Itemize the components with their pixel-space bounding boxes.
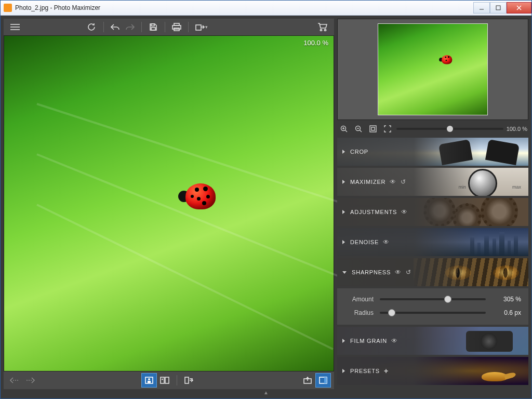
- visibility-icon[interactable]: 👁: [401, 208, 408, 216]
- expand-icon: [342, 369, 345, 373]
- zoom-slider[interactable]: [396, 128, 503, 130]
- canvas-zoom-label: 100.0 %: [303, 39, 328, 47]
- svg-point-14: [324, 29, 326, 31]
- client-area: ▾: [1, 16, 531, 398]
- amount-value: 305 %: [492, 296, 521, 303]
- panel-film-grain[interactable]: FILM GRAIN 👁: [337, 327, 528, 355]
- svg-point-22: [162, 379, 163, 380]
- share-caret-icon: ▾: [205, 24, 208, 30]
- radius-label: Radius: [344, 309, 374, 316]
- panel-crop[interactable]: CROP: [337, 138, 528, 166]
- save-button[interactable]: [146, 20, 161, 34]
- zoom-actual-button[interactable]: [382, 123, 393, 135]
- svg-point-13: [320, 29, 322, 31]
- svg-rect-20: [161, 377, 164, 383]
- collapse-icon: [342, 271, 347, 274]
- panel-denoise[interactable]: DENOISE 👁: [337, 228, 528, 256]
- main-toolbar: ▾: [4, 19, 334, 35]
- svg-rect-19: [148, 381, 151, 383]
- print-button[interactable]: [169, 20, 184, 34]
- panel-sharpness-body: Amount 305 % Radius 0.6 px: [337, 288, 528, 325]
- navigator-preview[interactable]: [337, 19, 528, 120]
- titlebar: Photo_2.jpg - Photo Maximizer: [1, 1, 531, 16]
- app-icon: [4, 4, 12, 12]
- prev-image-button[interactable]: [7, 373, 22, 388]
- svg-rect-1: [496, 6, 500, 10]
- panel-presets[interactable]: PRESETS +: [337, 357, 528, 385]
- svg-rect-34: [370, 126, 376, 132]
- reset-button[interactable]: [85, 20, 99, 34]
- visibility-icon[interactable]: 👁: [391, 337, 398, 344]
- cart-button[interactable]: [315, 20, 330, 34]
- app-window: Photo_2.jpg - Photo Maximizer: [0, 0, 532, 399]
- zoom-toolbar: 100.0 %: [337, 122, 528, 136]
- svg-rect-8: [151, 28, 155, 30]
- panel-toggle-button[interactable]: [315, 373, 331, 388]
- svg-point-18: [148, 378, 150, 380]
- view-split-button[interactable]: [157, 373, 172, 388]
- expand-icon: [342, 240, 345, 244]
- zoom-fit-button[interactable]: [367, 123, 379, 135]
- svg-rect-26: [324, 377, 327, 383]
- panel-maximizer[interactable]: minmax MAXIMIZER 👁 ↺: [337, 168, 528, 196]
- maximize-button[interactable]: [490, 2, 507, 14]
- svg-line-32: [360, 130, 362, 132]
- next-image-button[interactable]: [22, 373, 38, 388]
- amount-label: Amount: [344, 296, 374, 303]
- minimize-button[interactable]: [473, 2, 490, 14]
- svg-rect-12: [196, 25, 201, 30]
- zoom-out-button[interactable]: [353, 123, 364, 135]
- bottom-toolbar: [4, 371, 334, 389]
- visibility-icon[interactable]: 👁: [395, 269, 402, 276]
- zoom-value-label: 100.0 %: [507, 126, 527, 132]
- redo-button[interactable]: [123, 20, 137, 34]
- export-button[interactable]: [300, 373, 315, 388]
- amount-slider[interactable]: [380, 298, 486, 300]
- svg-rect-35: [371, 127, 375, 130]
- footer-expand-button[interactable]: ▲: [4, 389, 528, 395]
- close-button[interactable]: [507, 2, 531, 14]
- side-panel: 100.0 % CROP minmax MAXIMIZER 👁 ↺: [337, 19, 528, 389]
- panel-sharpness-header[interactable]: SHARPNESS 👁 ↺: [337, 258, 528, 286]
- expand-icon: [342, 210, 345, 214]
- radius-value: 0.6 px: [492, 309, 521, 316]
- panel-adjustments[interactable]: ADJUSTMENTS 👁: [337, 198, 528, 226]
- svg-rect-7: [151, 24, 154, 26]
- view-single-button[interactable]: [141, 373, 157, 388]
- expand-icon: [342, 150, 345, 154]
- visibility-icon[interactable]: 👁: [383, 238, 390, 246]
- add-preset-icon[interactable]: +: [384, 367, 389, 375]
- reset-icon[interactable]: ↺: [401, 178, 406, 185]
- menu-button[interactable]: [8, 20, 22, 34]
- compare-toggle-button[interactable]: [181, 373, 197, 388]
- undo-button[interactable]: [108, 20, 123, 34]
- image-canvas[interactable]: 100.0 %: [4, 35, 334, 371]
- svg-rect-21: [165, 377, 169, 383]
- visibility-icon[interactable]: 👁: [390, 178, 396, 185]
- radius-slider[interactable]: [380, 312, 486, 314]
- svg-rect-23: [185, 377, 189, 383]
- reset-icon[interactable]: ↺: [406, 269, 411, 276]
- svg-line-28: [345, 130, 348, 132]
- expand-icon: [342, 339, 345, 343]
- zoom-in-button[interactable]: [338, 123, 350, 135]
- expand-icon: [342, 180, 345, 184]
- window-title: Photo_2.jpg - Photo Maximizer: [15, 4, 473, 11]
